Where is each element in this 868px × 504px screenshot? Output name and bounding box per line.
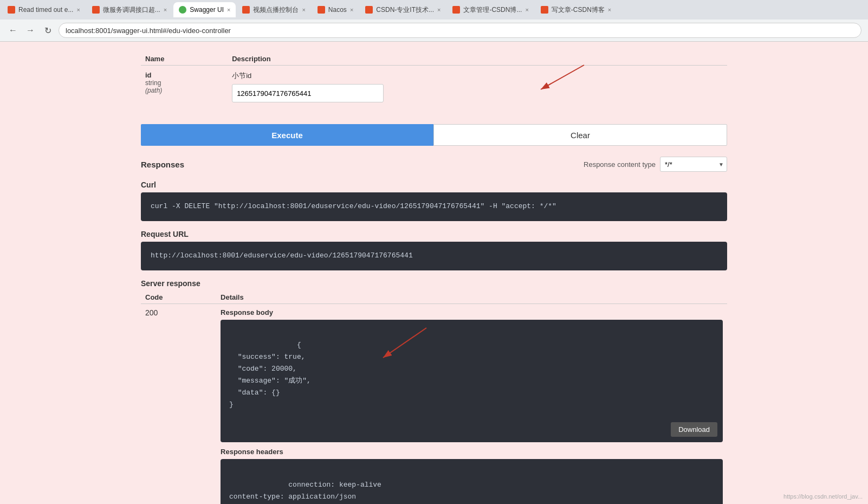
tab-favicon-4 <box>242 6 250 14</box>
response-body-wrapper: { "success": true, "code": 20000, "messa… <box>221 320 723 443</box>
tab-favicon-2 <box>92 6 100 14</box>
tab-label-2: 微服务调调接口超... <box>103 5 160 15</box>
param-location: (path) <box>145 87 223 94</box>
content-type-label: Response content type <box>584 160 656 169</box>
tab-favicon-1 <box>8 6 15 14</box>
response-row-200: 200 Response body <box>141 303 727 504</box>
param-desc-label: 小节id <box>232 71 723 81</box>
curl-code: curl -X DELETE "http://localhost:8001/ed… <box>141 192 727 221</box>
request-url-title: Request URL <box>141 230 727 238</box>
response-headers-content: connection: keep-alive content-type: app… <box>229 481 381 504</box>
tab-swagger[interactable]: Swagger UI × <box>173 2 236 17</box>
tab-favicon-7 <box>452 6 460 14</box>
tab-label-6: CSDN-专业IT技术... <box>376 5 434 15</box>
url-bar[interactable]: localhost:8001/swagger-ui.html#/edu-vide… <box>59 23 861 38</box>
response-col-code: Code <box>141 291 216 304</box>
browser-chrome: Read timed out e... × 微服务调调接口超... × Swag… <box>0 0 868 42</box>
watermark: https://blog.csdn.net/ord_jav... <box>783 493 863 500</box>
tab-nacos[interactable]: Nacos × <box>312 2 359 17</box>
tab-close-5[interactable]: × <box>350 7 353 13</box>
tab-label-5: Nacos <box>328 6 347 14</box>
tab-label-8: 写文章-CSDN博客 <box>552 5 605 15</box>
tab-csdn2[interactable]: 文章管理-CSDN博... × <box>447 2 534 17</box>
action-row: Execute Clear <box>0 119 868 151</box>
responses-header: Responses Response content type */* appl… <box>0 151 868 177</box>
col-name-header: Name <box>141 53 228 66</box>
tab-weifu[interactable]: 微服务调调接口超... × <box>87 2 172 17</box>
tab-label-4: 视频点播控制台 <box>253 5 299 15</box>
tab-label-7: 文章管理-CSDN博... <box>463 5 522 15</box>
tab-close-6[interactable]: × <box>437 7 441 13</box>
request-url-section: Request URL http://localhost:8001/eduser… <box>0 227 868 274</box>
clear-button[interactable]: Clear <box>433 124 727 146</box>
reload-button[interactable]: ↻ <box>41 25 54 36</box>
tab-favicon-6 <box>365 6 373 14</box>
server-response-section: Server response Code Details 200 Respons… <box>0 276 868 504</box>
tab-close-8[interactable]: × <box>608 7 611 13</box>
param-section: Name Description id string (path) 小节id <box>0 42 868 119</box>
select-wrapper: */* application/json ▼ <box>660 157 727 172</box>
param-id-input[interactable] <box>232 84 384 102</box>
request-url-value: http://localhost:8001/eduservice/edu-vid… <box>141 242 727 270</box>
response-headers-block: connection: keep-alive content-type: app… <box>221 459 723 504</box>
param-row: id string (path) 小节id <box>141 66 727 108</box>
content-type-select[interactable]: */* application/json <box>660 157 727 172</box>
tab-favicon-5 <box>318 6 325 14</box>
tab-video[interactable]: 视频点播控制台 × <box>237 2 310 17</box>
response-code-200: 200 <box>145 308 158 317</box>
forward-button[interactable]: → <box>24 25 37 35</box>
param-table: Name Description id string (path) 小节id <box>141 53 727 108</box>
back-button[interactable]: ← <box>7 25 20 35</box>
responses-label: Responses <box>141 160 184 169</box>
response-col-details: Details <box>216 291 727 304</box>
server-response-title: Server response <box>141 279 727 288</box>
tab-csdn1[interactable]: CSDN-专业IT技术... × <box>360 2 446 17</box>
tab-close-1[interactable]: × <box>76 7 80 13</box>
tab-favicon-3 <box>179 6 186 14</box>
content-type-wrapper: Response content type */* application/js… <box>584 157 727 172</box>
address-bar: ← → ↻ localhost:8001/swagger-ui.html#/ed… <box>0 20 868 41</box>
response-body-content: { "success": true, "code": 20000, "messa… <box>229 341 311 409</box>
response-headers-label: Response headers <box>221 448 723 456</box>
response-body-block: { "success": true, "code": 20000, "messa… <box>221 320 723 443</box>
tab-csdn3[interactable]: 写文章-CSDN博客 × <box>535 2 617 17</box>
execute-button[interactable]: Execute <box>141 124 433 146</box>
tab-favicon-8 <box>541 6 548 14</box>
param-type: string <box>145 79 223 87</box>
tab-label-1: Read timed out e... <box>18 6 73 14</box>
tab-label-3: Swagger UI <box>190 6 224 14</box>
param-name: id <box>145 71 223 79</box>
tab-read-timed-out[interactable]: Read timed out e... × <box>2 2 86 17</box>
response-table: Code Details 200 Response body <box>141 291 727 504</box>
page-content: Name Description id string (path) 小节id <box>0 42 868 504</box>
tab-bar: Read timed out e... × 微服务调调接口超... × Swag… <box>0 0 868 20</box>
curl-section: Curl curl -X DELETE "http://localhost:80… <box>0 177 868 224</box>
download-button[interactable]: Download <box>671 422 717 437</box>
curl-title: Curl <box>141 180 727 189</box>
response-body-label: Response body <box>221 308 723 316</box>
tab-close-7[interactable]: × <box>525 7 528 13</box>
tab-close-4[interactable]: × <box>302 7 305 13</box>
col-desc-header: Description <box>228 53 727 66</box>
url-text: localhost:8001/swagger-ui.html#/edu-vide… <box>66 27 231 35</box>
tab-close-2[interactable]: × <box>164 7 167 13</box>
tab-close-3[interactable]: × <box>227 7 230 13</box>
